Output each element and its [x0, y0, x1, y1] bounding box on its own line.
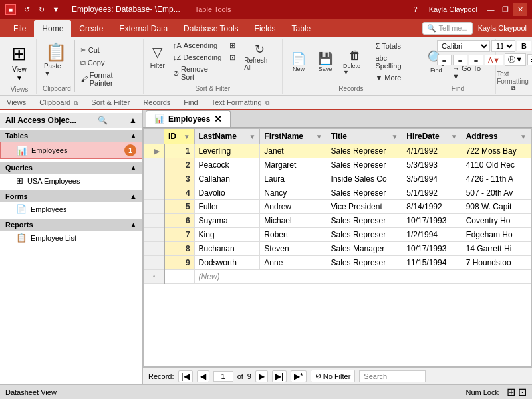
address-cell[interactable]: Edgeham Ho	[462, 228, 531, 242]
col-header-firstname[interactable]: FirstName ▼	[260, 129, 327, 144]
font-color-button[interactable]: A▼	[485, 55, 503, 65]
prev-record-btn[interactable]: ◀	[197, 370, 209, 382]
table-row[interactable]: 5 Fuller Andrew Vice President 8/14/1992…	[144, 200, 531, 214]
font-size-selector[interactable]: 11	[491, 40, 515, 52]
title-cell[interactable]: Inside Sales Co	[327, 172, 402, 186]
forms-section-header[interactable]: Forms ▲	[0, 190, 142, 202]
table-row[interactable]: 2 Peacock Margaret Sales Represer 5/3/19…	[144, 158, 531, 172]
hiredate-cell[interactable]: 11/15/1994	[402, 256, 462, 270]
id-cell[interactable]: 7	[164, 228, 195, 242]
customize-btn[interactable]: ▼	[49, 3, 63, 16]
align-left-button[interactable]: ≡	[437, 55, 452, 65]
format-painter-button[interactable]: 🖌 Format Painter	[78, 70, 139, 88]
paste-button[interactable]: 📋 Paste ▼	[41, 40, 72, 79]
highlight-button[interactable]: Ⓗ▼	[505, 53, 526, 66]
undo-btn[interactable]: ↺	[20, 3, 33, 16]
id-cell[interactable]: 6	[164, 214, 195, 228]
tell-me-input[interactable]: 🔍 Tell me...	[422, 22, 473, 35]
font-selector[interactable]: Calibri	[437, 40, 490, 52]
reports-collapse-icon[interactable]: ▲	[130, 221, 137, 229]
redo-btn[interactable]: ↻	[35, 3, 48, 16]
text-format-expander[interactable]: ⧉	[265, 100, 269, 106]
id-cell[interactable]: 3	[164, 172, 195, 186]
ascending-button[interactable]: ↑A Ascending	[170, 40, 224, 51]
firstname-cell[interactable]: Steven	[260, 242, 327, 256]
col-header-title[interactable]: Title ▼	[327, 129, 402, 144]
title-cell[interactable]: Sales Represer	[327, 144, 402, 158]
tab-table[interactable]: Table	[284, 20, 319, 37]
title-cell[interactable]: Sales Represer	[327, 256, 402, 270]
view-button[interactable]: ⊞ View ▼	[6, 40, 32, 84]
title-sort-arrow[interactable]: ▼	[391, 133, 398, 140]
firstname-cell[interactable]: Anne	[260, 256, 327, 270]
remove-sort-button[interactable]: ⊘ Remove Sort	[170, 64, 224, 82]
align-right-button[interactable]: ≡	[469, 55, 483, 65]
lastname-cell[interactable]: Dodsworth	[194, 256, 260, 270]
firstname-cell[interactable]: Robert	[260, 228, 327, 242]
id-cell[interactable]: 8	[164, 242, 195, 256]
reports-section-header[interactable]: Reports ▲	[0, 219, 142, 231]
lastname-cell[interactable]: King	[194, 228, 260, 242]
table-view-icon[interactable]: ⊞	[507, 386, 515, 398]
spelling-button[interactable]: abc Spelling	[372, 53, 415, 71]
totals-button[interactable]: Σ Totals	[372, 41, 415, 51]
table-row[interactable]: 3 Callahan Laura Inside Sales Co 3/5/199…	[144, 172, 531, 186]
lastname-cell[interactable]: Fuller	[194, 200, 260, 214]
id-cell[interactable]: 2	[164, 158, 195, 172]
lastname-cell[interactable]: Buchanan	[194, 242, 260, 256]
sidebar-item-employees-table[interactable]: 📊 Employees 1	[0, 142, 142, 159]
title-cell[interactable]: Sales Represer	[327, 214, 402, 228]
hiredate-cell[interactable]: 5/3/1993	[402, 158, 462, 172]
no-filter-btn[interactable]: ⊘ No Filter	[311, 370, 356, 382]
minimize-btn[interactable]: —	[484, 3, 497, 16]
new-record-nav-btn[interactable]: ▶*	[291, 370, 307, 382]
address-sort-arrow[interactable]: ▼	[520, 133, 527, 140]
sidebar-item-usa-employees[interactable]: ⊞ USA Employees	[0, 174, 142, 188]
lastname-cell[interactable]: Leverling	[194, 144, 260, 158]
tab-fields[interactable]: Fields	[247, 20, 284, 37]
id-cell[interactable]: 5	[164, 200, 195, 214]
bold-button[interactable]: B	[517, 41, 531, 51]
close-btn[interactable]: ✕	[513, 3, 527, 16]
more-button[interactable]: ▼ More	[372, 72, 415, 83]
firstname-cell[interactable]: Margaret	[260, 158, 327, 172]
descending-button[interactable]: ↓Z Descending	[170, 52, 224, 63]
hiredate-sort-arrow[interactable]: ▼	[451, 133, 458, 140]
sidebar-item-employee-list[interactable]: 📋 Employee List	[0, 231, 142, 245]
table-row[interactable]: 9 Dodsworth Anne Sales Represer 11/15/19…	[144, 256, 531, 270]
table-row[interactable]: 4 Davolio Nancy Sales Represer 5/1/1992 …	[144, 186, 531, 200]
lastname-cell[interactable]: Davolio	[194, 186, 260, 200]
tables-collapse-icon[interactable]: ▲	[130, 132, 137, 140]
lastname-cell[interactable]: Peacock	[194, 158, 260, 172]
new-row-label[interactable]: (New)	[194, 270, 531, 284]
tab-create[interactable]: Create	[71, 20, 111, 37]
text-formatting-expander[interactable]: ⧉	[511, 85, 515, 92]
firstname-cell[interactable]: Laura	[260, 172, 327, 186]
hiredate-cell[interactable]: 8/14/1992	[402, 200, 462, 214]
last-record-btn[interactable]: ▶|	[272, 370, 287, 382]
firstname-cell[interactable]: Andrew	[260, 200, 327, 214]
address-cell[interactable]: Coventry Ho	[462, 214, 531, 228]
new-row-id[interactable]	[164, 270, 195, 284]
address-cell[interactable]: 4726 - 11th A	[462, 172, 531, 186]
id-cell[interactable]: 9	[164, 256, 195, 270]
lastname-cell[interactable]: Callahan	[194, 172, 260, 186]
title-cell[interactable]: Sales Represer	[327, 158, 402, 172]
address-cell[interactable]: 908 W. Capit	[462, 200, 531, 214]
help-btn[interactable]: ?	[409, 3, 422, 16]
lastname-cell[interactable]: Suyama	[194, 214, 260, 228]
save-record-button[interactable]: 💾 Save	[313, 49, 337, 74]
tab-file[interactable]: File	[5, 20, 34, 37]
col-header-id[interactable]: ID ▼	[164, 129, 195, 144]
address-cell[interactable]: 7 Houndstoo	[462, 256, 531, 270]
first-record-btn[interactable]: |◀	[178, 370, 193, 382]
tab-home[interactable]: Home	[34, 20, 71, 37]
table-row[interactable]: 8 Buchanan Steven Sales Manager 10/17/19…	[144, 242, 531, 256]
new-row[interactable]: * (New)	[144, 270, 531, 284]
toggle-filter-button[interactable]: ⊡	[227, 52, 238, 63]
id-sort-arrow[interactable]: ▼	[184, 133, 190, 140]
title-cell[interactable]: Sales Represer	[327, 228, 402, 242]
search-input[interactable]	[359, 370, 426, 382]
lastname-sort-arrow[interactable]: ▼	[249, 133, 255, 140]
hiredate-cell[interactable]: 5/1/1992	[402, 186, 462, 200]
